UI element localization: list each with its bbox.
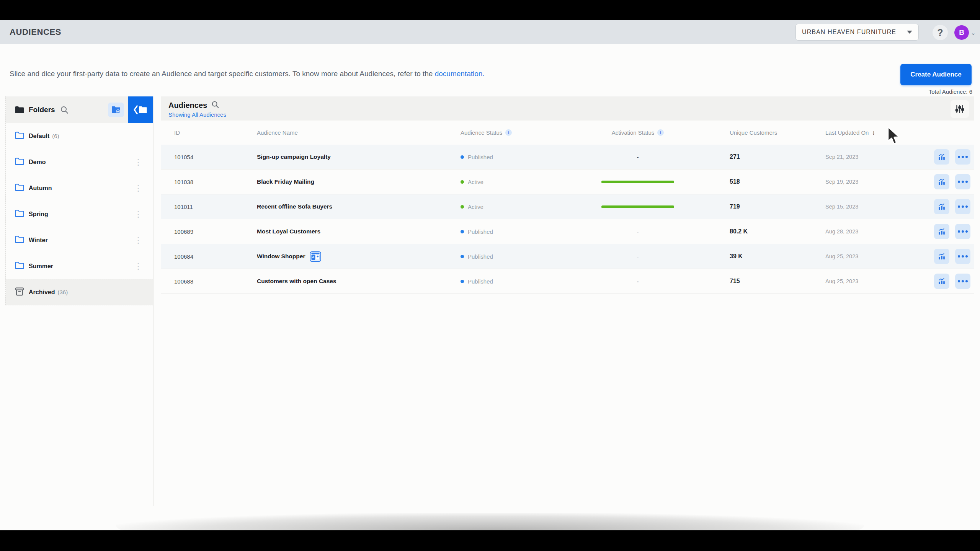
bar-chart-icon bbox=[938, 202, 946, 211]
sidebar-archived[interactable]: Archived(36) bbox=[6, 279, 153, 305]
page-title: AUDIENCES bbox=[10, 20, 61, 44]
audiences-title: Audiences bbox=[168, 101, 207, 110]
unique-customers: 715 bbox=[701, 278, 812, 285]
sidebar-folder-spring[interactable]: Spring⋮ bbox=[6, 201, 153, 227]
folder-list: Default(6)Demo⋮Autumn⋮Spring⋮Winter⋮Summ… bbox=[6, 123, 153, 305]
activation-status: - bbox=[575, 253, 701, 260]
info-icon[interactable]: i bbox=[657, 129, 664, 136]
documentation-link[interactable]: documentation. bbox=[435, 70, 485, 78]
last-updated: Aug 25, 2023 bbox=[812, 253, 923, 259]
folder-label: Winter bbox=[29, 237, 48, 244]
folder-icon bbox=[15, 132, 24, 141]
folder-menu-kebab-icon[interactable]: ⋮ bbox=[134, 186, 142, 191]
sidebar-folder-demo[interactable]: Demo⋮ bbox=[6, 149, 153, 175]
ellipsis-icon bbox=[958, 280, 968, 282]
folder-menu-kebab-icon[interactable]: ⋮ bbox=[134, 238, 142, 243]
audience-name: Window ShopperA bbox=[257, 251, 448, 262]
sidebar-folder-default[interactable]: Default(6) bbox=[6, 123, 153, 149]
row-actions bbox=[923, 224, 974, 239]
create-audience-button[interactable]: Create Audience bbox=[900, 64, 972, 85]
last-updated: Sep 15, 2023 bbox=[812, 204, 923, 210]
more-options-button[interactable] bbox=[955, 274, 970, 289]
analytics-button[interactable] bbox=[934, 274, 949, 289]
table-row[interactable]: 101011Recent offline Sofa BuyersActive71… bbox=[161, 194, 974, 219]
folder-menu-kebab-icon[interactable]: ⋮ bbox=[134, 212, 142, 217]
audiences-search-icon[interactable] bbox=[211, 100, 219, 110]
more-options-button[interactable] bbox=[955, 174, 970, 189]
bar-chart-icon bbox=[938, 277, 946, 285]
column-label: Audience Name bbox=[257, 129, 298, 136]
avatar[interactable]: B bbox=[954, 25, 969, 40]
audience-id: 101038 bbox=[161, 179, 257, 185]
folder-icon bbox=[15, 236, 24, 245]
app-header: AUDIENCES URBAN HEAVEN FURNITURE ? B ⌄ bbox=[0, 20, 980, 44]
folder-menu-kebab-icon[interactable]: ⋮ bbox=[134, 264, 142, 269]
audience-status: Published bbox=[448, 154, 575, 160]
company-selector[interactable]: URBAN HEAVEN FURNITURE bbox=[795, 24, 919, 41]
sidebar-folder-summer[interactable]: Summer⋮ bbox=[6, 253, 153, 279]
activation-empty: - bbox=[637, 228, 639, 235]
table-row[interactable]: 100684Window ShopperAPublished-39 KAug 2… bbox=[161, 244, 974, 269]
ellipsis-icon bbox=[958, 181, 968, 183]
more-options-button[interactable] bbox=[955, 149, 970, 165]
avatar-chevron-down-icon[interactable]: ⌄ bbox=[971, 29, 976, 36]
collapse-sidebar-icon bbox=[134, 105, 147, 115]
analytics-button[interactable] bbox=[934, 249, 949, 264]
status-dot bbox=[461, 205, 464, 209]
analytics-button[interactable] bbox=[934, 174, 949, 189]
archived-count: (36) bbox=[57, 289, 68, 295]
help-button[interactable]: ? bbox=[933, 25, 948, 40]
help-icon: ? bbox=[937, 27, 943, 38]
audience-id: 101054 bbox=[161, 154, 257, 160]
table-settings-button[interactable] bbox=[951, 100, 969, 118]
unique-customers: 719 bbox=[701, 203, 812, 210]
row-actions bbox=[923, 174, 974, 189]
ellipsis-icon bbox=[958, 255, 968, 258]
audience-status: Active bbox=[448, 179, 575, 185]
page: AUDIENCES URBAN HEAVEN FURNITURE ? B ⌄ S… bbox=[0, 0, 980, 551]
last-updated: Sep 21, 2023 bbox=[812, 154, 923, 160]
add-folder-icon bbox=[111, 106, 121, 114]
table-row[interactable]: 100688Customers with open CasesPublished… bbox=[161, 269, 974, 294]
table-row[interactable]: 101054Sign-up campaign LoyaltyPublished-… bbox=[161, 145, 974, 170]
folders-search-icon[interactable] bbox=[60, 105, 69, 114]
table-column-headers: IDAudience NameAudience StatusiActivatio… bbox=[161, 121, 974, 145]
status-dot bbox=[461, 180, 464, 184]
column-header-last-updated-on[interactable]: Last Updated On↓ bbox=[812, 129, 923, 137]
last-updated: Sep 19, 2023 bbox=[812, 179, 923, 185]
more-options-button[interactable] bbox=[955, 199, 970, 214]
analytics-button[interactable] bbox=[934, 199, 949, 214]
table-row[interactable]: 101038Black Friday MailingActive518Sep 1… bbox=[161, 170, 974, 194]
sidebar-folder-winter[interactable]: Winter⋮ bbox=[6, 227, 153, 253]
audience-id: 100684 bbox=[161, 253, 257, 260]
activation-status: - bbox=[575, 154, 701, 160]
analytics-button[interactable] bbox=[934, 224, 949, 239]
info-icon[interactable]: i bbox=[505, 129, 512, 136]
window-bottom-shadow bbox=[115, 513, 865, 530]
column-header-id: ID bbox=[161, 129, 257, 136]
status-dot bbox=[461, 155, 464, 159]
audience-status: Published bbox=[448, 253, 575, 260]
audience-name: Most Loyal Customers bbox=[257, 228, 448, 235]
folder-menu-kebab-icon[interactable]: ⋮ bbox=[134, 160, 142, 165]
add-folder-button[interactable] bbox=[108, 103, 124, 117]
folders-header: Folders bbox=[6, 96, 153, 123]
showing-all-audiences-link[interactable]: Showing All Audiences bbox=[168, 111, 974, 118]
table-row[interactable]: 100689Most Loyal CustomersPublished-80.2… bbox=[161, 219, 974, 244]
sidebar-folder-autumn[interactable]: Autumn⋮ bbox=[6, 175, 153, 201]
column-label: Last Updated On bbox=[825, 129, 869, 136]
ellipsis-icon bbox=[958, 156, 968, 158]
company-selector-value: URBAN HEAVEN FURNITURE bbox=[802, 29, 907, 36]
more-options-button[interactable] bbox=[955, 224, 970, 239]
column-label: Unique Customers bbox=[730, 129, 777, 136]
chevron-down-icon bbox=[907, 31, 912, 34]
activation-status bbox=[575, 181, 701, 183]
audience-name: Customers with open Cases bbox=[257, 278, 448, 285]
ellipsis-icon bbox=[958, 230, 968, 233]
collapse-sidebar-button[interactable] bbox=[128, 96, 153, 123]
sort-desc-icon[interactable]: ↓ bbox=[872, 129, 875, 137]
letterbox-top bbox=[0, 0, 980, 20]
more-options-button[interactable] bbox=[955, 249, 970, 264]
analytics-button[interactable] bbox=[934, 149, 949, 165]
folder-icon bbox=[15, 210, 24, 219]
